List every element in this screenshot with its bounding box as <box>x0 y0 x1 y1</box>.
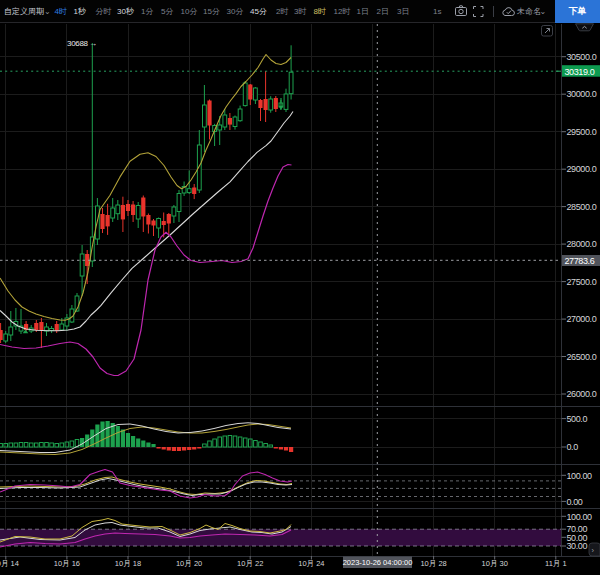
svg-text:30688 →: 30688 → <box>67 39 97 48</box>
svg-text:30000.0: 30000.0 <box>567 89 597 99</box>
svg-text:26500.0: 26500.0 <box>567 352 597 362</box>
svg-text:10月 14: 10月 14 <box>0 559 19 568</box>
svg-text:27000.0: 27000.0 <box>567 314 597 324</box>
svg-text:28500.0: 28500.0 <box>567 202 597 212</box>
svg-text:10月 28: 10月 28 <box>420 559 446 568</box>
svg-text:26000.0: 26000.0 <box>567 389 597 399</box>
svg-text:28000.0: 28000.0 <box>567 239 597 249</box>
svg-text:11月 1: 11月 1 <box>545 559 567 568</box>
svg-text:10月 20: 10月 20 <box>176 559 202 568</box>
svg-text:27500.0: 27500.0 <box>567 277 597 287</box>
svg-text:27783.6: 27783.6 <box>565 256 595 266</box>
svg-text:100.00: 100.00 <box>567 471 593 481</box>
svg-text:29500.0: 29500.0 <box>567 127 597 137</box>
svg-text:10月 30: 10月 30 <box>482 559 508 568</box>
svg-text:0.00: 0.00 <box>567 497 583 507</box>
svg-text:10月 16: 10月 16 <box>54 559 80 568</box>
svg-text:10月 18: 10月 18 <box>115 559 141 568</box>
svg-text:10月 24: 10月 24 <box>298 559 324 568</box>
svg-text:500.0: 500.0 <box>567 414 588 424</box>
svg-text:100.00: 100.00 <box>567 512 593 522</box>
svg-text:29000.0: 29000.0 <box>567 164 597 174</box>
svg-text:0.0: 0.0 <box>567 442 579 452</box>
svg-text:30500.0: 30500.0 <box>567 52 597 62</box>
svg-text:10月 22: 10月 22 <box>237 559 263 568</box>
svg-text:30319.0: 30319.0 <box>565 67 595 77</box>
svg-text:2023-10-26 04:00:00: 2023-10-26 04:00:00 <box>343 558 413 567</box>
svg-text:30.00: 30.00 <box>567 541 588 551</box>
